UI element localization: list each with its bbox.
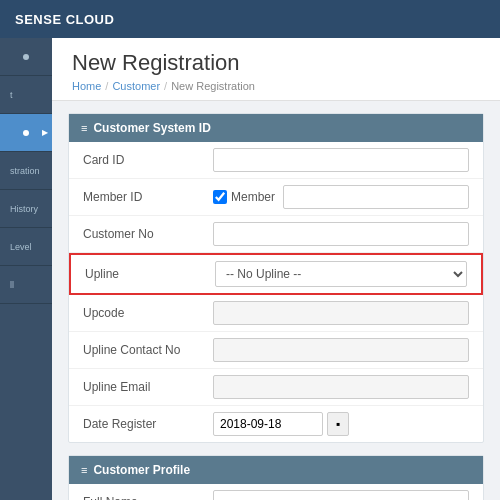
breadcrumb-sep1: / [105,80,108,92]
sidebar-dot-3 [23,130,29,136]
customer-system-id-header: ≡ Customer System ID [69,114,483,142]
upline-contact-row: Upline Contact No [69,332,483,369]
upline-contact-input[interactable] [213,338,469,362]
customer-profile-section: ≡ Customer Profile Full Name [68,455,484,500]
customer-profile-header: ≡ Customer Profile [69,456,483,484]
date-register-label: Date Register [83,417,213,431]
breadcrumb: Home / Customer / New Registration [72,80,480,92]
card-id-label: Card ID [83,153,213,167]
date-register-row: Date Register ▪ [69,406,483,442]
upline-label: Upline [85,267,215,281]
sidebar-dot-1 [23,54,29,60]
breadcrumb-home[interactable]: Home [72,80,101,92]
sidebar-label-history: History [10,204,38,214]
member-id-label: Member ID [83,190,213,204]
upline-select[interactable]: -- No Upline -- [215,261,467,287]
topbar: SENSE CLOUD [0,0,500,38]
sidebar-item-registration[interactable]: stration [0,152,52,190]
sidebar-item-3[interactable] [0,114,52,152]
sidebar-label-level: Level [10,242,32,252]
breadcrumb-current: New Registration [171,80,255,92]
card-id-input[interactable] [213,148,469,172]
page-header: New Registration Home / Customer / New R… [52,38,500,101]
sidebar-label-all: ll [10,280,14,290]
sidebar-item-1[interactable] [0,38,52,76]
upcode-row: Upcode [69,295,483,332]
date-register-wrapper: ▪ [213,412,349,436]
breadcrumb-sep2: / [164,80,167,92]
full-name-label: Full Name [83,495,213,500]
upcode-input[interactable] [213,301,469,325]
section-icon: ≡ [81,122,87,134]
sidebar-item-history[interactable]: History [0,190,52,228]
customer-system-id-form: Card ID Member ID Member [69,142,483,442]
sidebar-item-2[interactable]: t [0,76,52,114]
upline-email-row: Upline Email [69,369,483,406]
customer-profile-form: Full Name [69,484,483,500]
sidebar-label-registration: stration [10,166,40,176]
member-id-text-input[interactable] [283,185,469,209]
breadcrumb-customer[interactable]: Customer [112,80,160,92]
customer-no-label: Customer No [83,227,213,241]
card-id-row: Card ID [69,142,483,179]
sidebar-item-level[interactable]: Level [0,228,52,266]
upcode-label: Upcode [83,306,213,320]
full-name-row: Full Name [69,484,483,500]
upline-email-input[interactable] [213,375,469,399]
member-checkbox-wrapper[interactable]: Member [213,190,275,204]
member-checkbox-label: Member [231,190,275,204]
sidebar: t stration History Level ll [0,38,52,500]
member-id-inputs: Member [213,185,469,209]
date-register-input[interactable] [213,412,323,436]
customer-system-id-section: ≡ Customer System ID Card ID Member ID [68,113,484,443]
main-content: New Registration Home / Customer / New R… [52,38,500,500]
customer-no-row: Customer No [69,216,483,253]
customer-no-input[interactable] [213,222,469,246]
sidebar-item-all[interactable]: ll [0,266,52,304]
content-area: ≡ Customer System ID Card ID Member ID [52,101,500,500]
member-checkbox[interactable] [213,190,227,204]
sidebar-label-2: t [10,90,13,100]
layout: t stration History Level ll New Registra… [0,38,500,500]
profile-section-title: Customer Profile [93,463,190,477]
section-title: Customer System ID [93,121,210,135]
profile-section-icon: ≡ [81,464,87,476]
upline-contact-label: Upline Contact No [83,343,213,357]
date-picker-button[interactable]: ▪ [327,412,349,436]
upline-row: Upline -- No Upline -- [69,253,483,295]
member-id-row: Member ID Member [69,179,483,216]
page-title: New Registration [72,50,480,76]
upline-email-label: Upline Email [83,380,213,394]
full-name-input[interactable] [213,490,469,500]
app-logo: SENSE CLOUD [15,12,114,27]
